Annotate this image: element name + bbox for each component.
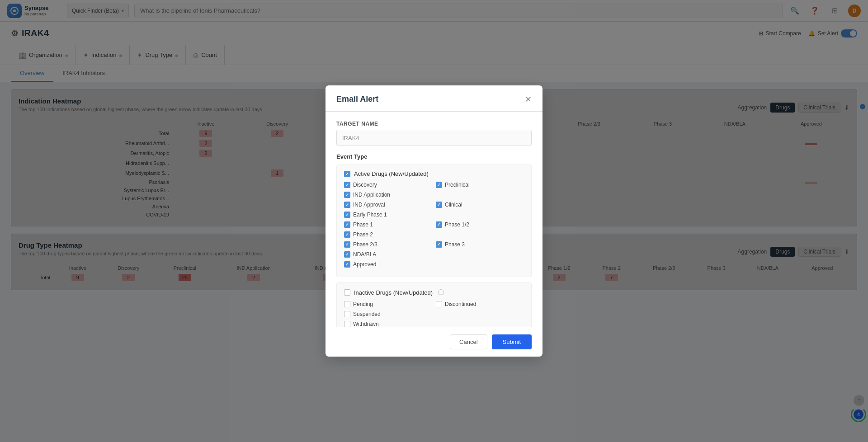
- modal-footer: Cancel Submit: [326, 327, 542, 357]
- cb-approved: ✓ Approved: [344, 261, 524, 268]
- check-icon: ✓: [345, 222, 349, 227]
- cb-ind-application: ✓ IND Application: [344, 192, 524, 198]
- active-drugs-checkbox[interactable]: ✓: [344, 171, 350, 177]
- phase3-checkbox[interactable]: ✓: [436, 241, 442, 248]
- active-drugs-parent-row: ✓ Active Drugs (New/Updated): [344, 170, 524, 177]
- cb-pending: Pending: [344, 301, 432, 307]
- active-drugs-label: Active Drugs (New/Updated): [354, 170, 429, 177]
- approved-checkbox[interactable]: ✓: [344, 261, 350, 268]
- cb-phase1: ✓ Phase 1: [344, 221, 432, 228]
- cb-withdrawn: Withdrawn: [344, 321, 524, 327]
- cb-phase23: ✓ Phase 2/3: [344, 241, 432, 248]
- modal-close-button[interactable]: ✕: [525, 95, 532, 103]
- phase2-label: Phase 2: [353, 231, 373, 238]
- modal-overlay[interactable]: Email Alert ✕ Target Name Event Type ✓ A…: [0, 0, 868, 441]
- modal-body: Target Name Event Type ✓ Active Drugs (N…: [326, 112, 542, 357]
- inactive-drugs-checkbox[interactable]: [344, 289, 350, 296]
- inactive-drugs-parent-row: Inactive Drugs (New/Updated) ⓘ: [344, 288, 524, 296]
- cb-preclinical: ✓ Preclinical: [436, 182, 524, 188]
- active-drugs-phases-row-2: ✓ IND Approval ✓ Clinical ✓ Early Phase …: [344, 202, 524, 218]
- email-alert-modal: Email Alert ✕ Target Name Event Type ✓ A…: [326, 85, 542, 357]
- withdrawn-checkbox[interactable]: [344, 321, 350, 327]
- cb-phase12: ✓ Phase 1/2: [436, 221, 524, 228]
- inactive-statuses-row: Pending Discontinued Suspended: [344, 301, 524, 317]
- cb-ind-approval: ✓ IND Approval: [344, 202, 432, 208]
- early-phase1-label: Early Phase 1: [353, 212, 387, 218]
- phase23-label: Phase 2/3: [353, 241, 377, 248]
- active-drugs-phases-row-3: ✓ Phase 1 ✓ Phase 1/2 ✓ Phase 2: [344, 221, 524, 238]
- cb-discontinued: Discontinued: [436, 301, 524, 307]
- check-icon: ✓: [345, 183, 349, 187]
- early-phase1-checkbox[interactable]: ✓: [344, 212, 350, 218]
- phase1-checkbox[interactable]: ✓: [344, 221, 350, 228]
- modal-header: Email Alert ✕: [326, 85, 542, 112]
- ind-approval-checkbox[interactable]: ✓: [344, 202, 350, 208]
- phase3-label: Phase 3: [445, 241, 465, 248]
- clinical-label: Clinical: [445, 202, 462, 208]
- suspended-checkbox[interactable]: [344, 311, 350, 317]
- phase23-checkbox[interactable]: ✓: [344, 241, 350, 248]
- phase2-checkbox[interactable]: ✓: [344, 231, 350, 238]
- checkmark-icon: ✓: [345, 172, 349, 176]
- check-icon: ✓: [437, 222, 441, 227]
- active-drugs-phases-row-5: ✓ Approved: [344, 261, 524, 268]
- inactive-drugs-label: Inactive Drugs (New/Updated): [354, 289, 433, 296]
- discovery-checkbox[interactable]: ✓: [344, 182, 350, 188]
- pending-label: Pending: [353, 301, 373, 307]
- cb-clinical: ✓ Clinical: [436, 202, 524, 208]
- check-icon: ✓: [345, 202, 349, 207]
- discontinued-checkbox[interactable]: [436, 301, 442, 307]
- discontinued-label: Discontinued: [445, 301, 476, 307]
- preclinical-label: Preclinical: [445, 182, 470, 188]
- withdrawn-label: Withdrawn: [353, 321, 379, 327]
- pending-checkbox[interactable]: [344, 301, 350, 307]
- check-icon: ✓: [345, 212, 349, 217]
- check-icon: ✓: [437, 183, 441, 187]
- check-icon: ✓: [345, 262, 349, 267]
- check-icon: ✓: [345, 232, 349, 237]
- cb-suspended: Suspended: [344, 311, 524, 317]
- cb-discovery: ✓ Discovery: [344, 182, 432, 188]
- inactive-drugs-info-icon: ⓘ: [438, 288, 444, 296]
- cb-early-phase1: ✓ Early Phase 1: [344, 212, 524, 218]
- nda-bla-checkbox[interactable]: ✓: [344, 251, 350, 258]
- cb-nda-bla: ✓ NDA/BLA: [344, 251, 524, 258]
- check-icon: ✓: [345, 252, 349, 257]
- check-icon: ✓: [437, 202, 441, 207]
- phase12-checkbox[interactable]: ✓: [436, 221, 442, 228]
- ind-approval-label: IND Approval: [353, 202, 385, 208]
- submit-button[interactable]: Submit: [492, 334, 532, 349]
- ind-app-checkbox[interactable]: ✓: [344, 192, 350, 198]
- discovery-label: Discovery: [353, 182, 377, 188]
- inactive-statuses-row-2: Withdrawn: [344, 321, 524, 327]
- phase1-label: Phase 1: [353, 221, 373, 228]
- modal-title: Email Alert: [336, 94, 378, 104]
- check-icon: ✓: [345, 242, 349, 247]
- check-icon: ✓: [437, 242, 441, 247]
- phase12-label: Phase 1/2: [445, 221, 469, 228]
- cancel-button[interactable]: Cancel: [450, 334, 487, 349]
- cb-phase2: ✓ Phase 2: [344, 231, 524, 238]
- approved-label: Approved: [353, 261, 376, 268]
- event-type-label: Event Type: [336, 153, 532, 160]
- active-drugs-group: ✓ Active Drugs (New/Updated) ✓ Discovery…: [336, 165, 532, 277]
- suspended-label: Suspended: [353, 311, 381, 317]
- ind-app-label: IND Application: [353, 192, 390, 198]
- target-name-label: Target Name: [336, 121, 532, 127]
- check-icon: ✓: [345, 193, 349, 197]
- clinical-checkbox[interactable]: ✓: [436, 202, 442, 208]
- nda-bla-label: NDA/BLA: [353, 251, 376, 258]
- active-drugs-phases-row-1: ✓ Discovery ✓ Preclinical ✓ IND Applicat…: [344, 182, 524, 198]
- preclinical-checkbox[interactable]: ✓: [436, 182, 442, 188]
- active-drugs-phases-row-4: ✓ Phase 2/3 ✓ Phase 3 ✓ NDA/BLA: [344, 241, 524, 258]
- cb-phase3: ✓ Phase 3: [436, 241, 524, 248]
- target-name-input[interactable]: [336, 130, 532, 146]
